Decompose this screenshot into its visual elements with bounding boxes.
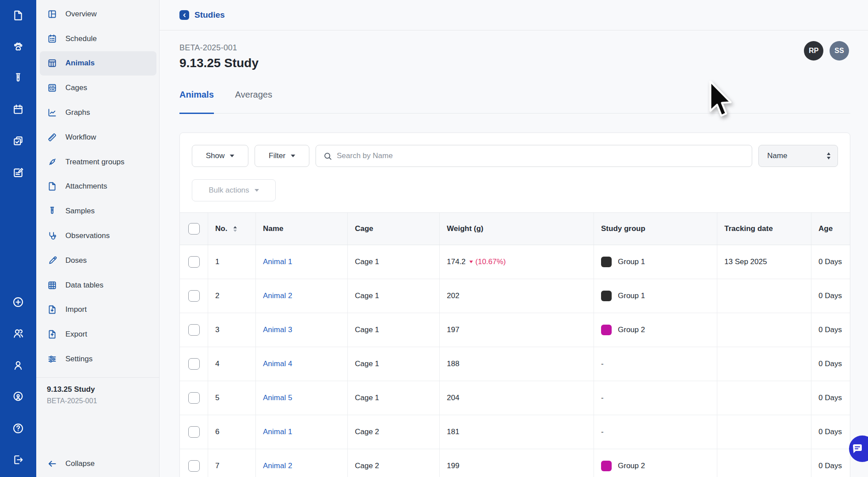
workflow-icon — [47, 132, 57, 143]
column-header-name[interactable]: Name — [256, 213, 348, 245]
sidebar-item-attachments[interactable]: Attachments — [36, 174, 159, 199]
sidebar-item-schedule[interactable]: Schedule — [36, 26, 159, 51]
cage-cell: Cage 1 — [348, 347, 440, 381]
test-tube-icon[interactable] — [12, 72, 24, 84]
weight-cell: 199 — [440, 449, 594, 477]
tasks-icon[interactable] — [12, 135, 24, 147]
filter-button[interactable]: Filter — [255, 145, 309, 167]
row-select-cell — [180, 245, 208, 279]
search-box[interactable] — [316, 145, 752, 167]
sidebar-study-name: 9.13.25 Study — [47, 385, 148, 394]
bulk-actions-button[interactable]: Bulk actions — [192, 179, 276, 201]
row-select-cell — [180, 347, 208, 381]
sidebar-item-graphs[interactable]: Graphs — [36, 100, 159, 125]
sidebar-item-data-tables[interactable]: Data tables — [36, 273, 159, 298]
row-checkbox[interactable] — [188, 358, 200, 370]
sidebar-nav: OverviewScheduleAnimalsCagesGraphsWorkfl… — [36, 0, 159, 371]
row-checkbox[interactable] — [188, 426, 200, 438]
group-color-swatch — [601, 257, 612, 267]
cage-cell: Cage 1 — [348, 279, 440, 313]
sidebar-item-import[interactable]: Import — [36, 298, 159, 322]
cage-cell: Cage 1 — [348, 313, 440, 347]
graphs-icon — [47, 107, 57, 118]
sidebar-item-settings[interactable]: Settings — [36, 347, 159, 371]
sidebar-item-label: Workflow — [65, 133, 96, 142]
schedule-icon — [47, 34, 57, 44]
sidebar-item-samples[interactable]: Samples — [36, 199, 159, 223]
column-header-study-group[interactable]: Study group — [594, 213, 717, 245]
help-icon[interactable] — [12, 422, 24, 435]
calendar-icon[interactable] — [12, 103, 24, 116]
sidebar-item-label: Treatment groups — [65, 158, 125, 167]
breadcrumb-label[interactable]: Studies — [194, 10, 225, 20]
column-header-cage[interactable]: Cage — [348, 213, 440, 245]
breadcrumb[interactable]: Studies — [179, 10, 225, 20]
animals-table-icon — [47, 58, 57, 68]
cages-icon — [47, 83, 57, 93]
column-header-weight[interactable]: Weight (g) — [440, 213, 594, 245]
sidebar-item-label: Observations — [65, 231, 110, 240]
sidebar-item-workflow[interactable]: Workflow — [36, 125, 159, 150]
animal-link[interactable]: Animal 2 — [263, 462, 292, 470]
sidebar-item-overview[interactable]: Overview — [36, 2, 159, 26]
no-cell: 1 — [208, 245, 256, 279]
collapse-button[interactable]: Collapse — [47, 458, 95, 469]
sidebar-item-observations[interactable]: Observations — [36, 223, 159, 248]
no-cell: 2 — [208, 279, 256, 313]
support-icon[interactable] — [12, 390, 24, 403]
sidebar-item-doses[interactable]: Doses — [36, 248, 159, 273]
trend-down-icon — [469, 261, 473, 263]
plus-circle-icon[interactable] — [12, 296, 24, 308]
row-select-cell — [180, 449, 208, 477]
search-input[interactable] — [337, 151, 745, 160]
sidebar-item-animals[interactable]: Animals — [40, 51, 156, 76]
name-cell: Animal 2 — [256, 449, 348, 477]
row-checkbox[interactable] — [188, 290, 200, 302]
sidebar-item-export[interactable]: Export — [36, 322, 159, 347]
column-header-age[interactable]: Age — [811, 213, 850, 245]
users-icon[interactable] — [12, 327, 24, 340]
column-header-no[interactable]: No. — [208, 213, 256, 245]
animal-link[interactable]: Animal 4 — [263, 360, 292, 368]
animal-link[interactable]: Animal 1 — [263, 257, 292, 266]
paw-icon[interactable] — [12, 40, 24, 53]
data-tables-icon — [47, 280, 57, 291]
animal-link[interactable]: Animal 1 — [263, 428, 292, 436]
note-edit-icon[interactable] — [12, 167, 24, 179]
row-checkbox[interactable] — [188, 324, 200, 336]
show-button[interactable]: Show — [192, 145, 248, 167]
column-header-tracking-date[interactable]: Tracking date — [717, 213, 811, 245]
sort-indicator-icon[interactable] — [233, 226, 237, 232]
document-icon[interactable] — [12, 9, 24, 22]
logout-icon[interactable] — [12, 454, 24, 466]
animal-link[interactable]: Animal 3 — [263, 326, 292, 334]
row-checkbox[interactable] — [188, 460, 200, 472]
tab-averages[interactable]: Averages — [235, 90, 272, 114]
weight-cell: 197 — [440, 313, 594, 347]
sort-select[interactable]: Name — [758, 145, 838, 167]
animal-link[interactable]: Animal 5 — [263, 394, 292, 402]
person-icon[interactable] — [12, 359, 24, 371]
row-checkbox[interactable] — [188, 256, 200, 268]
sidebar-item-label: Overview — [65, 10, 97, 19]
select-all-checkbox[interactable] — [188, 223, 200, 235]
avatar[interactable]: SS — [830, 41, 849, 61]
cage-cell: Cage 1 — [348, 381, 440, 415]
bulk-actions-label: Bulk actions — [209, 186, 249, 195]
tab-animals[interactable]: Animals — [179, 90, 214, 114]
back-chevron-icon[interactable] — [179, 10, 189, 20]
tracking-date-cell — [717, 381, 811, 415]
tracking-date-cell: 13 Sep 2025 — [717, 245, 811, 279]
group-color-swatch — [601, 291, 612, 301]
name-cell: Animal 1 — [256, 415, 348, 449]
sidebar-item-label: Data tables — [65, 281, 103, 290]
study-group-cell: Group 2 — [594, 313, 717, 347]
avatar[interactable]: RP — [804, 41, 823, 61]
row-checkbox[interactable] — [188, 392, 200, 404]
sidebar-item-cages[interactable]: Cages — [36, 76, 159, 100]
animal-link[interactable]: Animal 2 — [263, 292, 292, 300]
row-select-cell — [180, 381, 208, 415]
sidebar-item-treatment-groups[interactable]: Treatment groups — [36, 150, 159, 174]
group-color-swatch — [601, 461, 612, 471]
main-content: Studies BETA-2025-001 9.13.25 Study RP S… — [160, 0, 868, 477]
